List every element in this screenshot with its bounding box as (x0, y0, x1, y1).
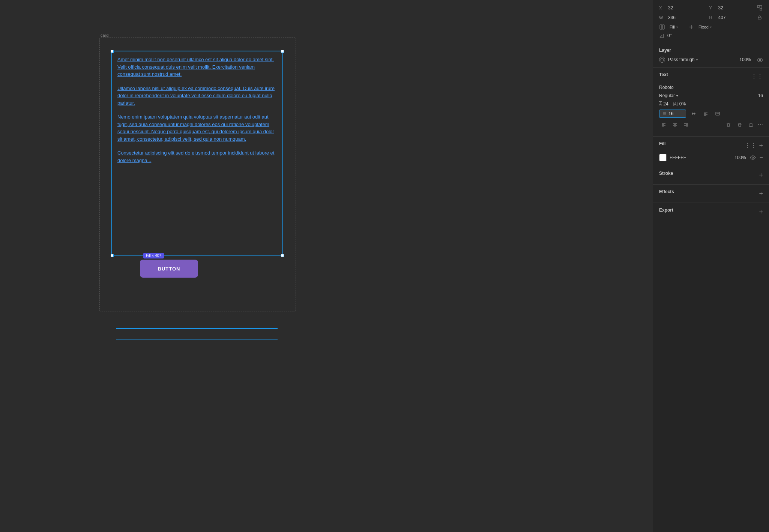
line-height-metric: A 24 (659, 101, 668, 107)
font-size[interactable]: 16 (758, 93, 763, 98)
handle-tr[interactable] (281, 50, 284, 53)
effects-title: Effects (659, 189, 674, 194)
blend-mode-dropdown[interactable]: Pass through ▾ (668, 57, 736, 62)
visibility-icon[interactable] (757, 57, 763, 62)
bottom-line-2 (116, 340, 278, 340)
text-content-box[interactable]: Amet minim mollit non deserunt ullamco e… (111, 51, 283, 256)
fill-add-btn[interactable]: + (759, 142, 763, 149)
metrics-row: A 24 |A| 0% (659, 101, 763, 107)
line-height-input[interactable]: 16 (659, 110, 686, 118)
svg-point-7 (661, 58, 664, 61)
y-value[interactable]: 32 (718, 5, 733, 11)
resize-icon-button[interactable] (756, 5, 763, 11)
text-title: Text (659, 72, 668, 77)
text-align-center[interactable] (670, 121, 679, 129)
fill-controls: ⋮⋮ + (745, 142, 763, 149)
align-text-wrap-btn[interactable] (713, 110, 722, 118)
x-label: X (659, 6, 667, 10)
text-more-opts[interactable]: ⋯ (758, 122, 763, 128)
angle-row: 0° (659, 33, 763, 38)
fill-dropdown[interactable]: Fill ▾ (668, 24, 679, 30)
h-coord: H 407 (709, 15, 757, 20)
wh-row: W 336 H 407 (659, 14, 763, 21)
fixed-dropdown[interactable]: Fixed ▾ (697, 24, 713, 30)
fill-fixed-row: Fill ▾ Fixed ▾ (659, 24, 763, 30)
fill-color-swatch[interactable] (659, 154, 667, 161)
xy-group: X 32 Y 32 (659, 5, 756, 11)
effects-header: Effects + (659, 189, 763, 198)
text-content: Amet minim mollit non deserunt ullamco e… (112, 51, 282, 175)
stroke-add-btn[interactable]: + (759, 172, 763, 179)
align-horizontal-btn[interactable] (689, 110, 698, 118)
layer-title: Layer (659, 48, 763, 53)
stroke-title: Stroke (659, 171, 673, 176)
text-more-button[interactable]: ⋮⋮ (751, 73, 763, 80)
button-tooltip: Fill × 407 (143, 253, 164, 258)
fill-icon (659, 24, 665, 30)
export-title: Export (659, 207, 673, 213)
export-header: Export + (659, 207, 763, 216)
fill-header: Fill ⋮⋮ + (659, 141, 763, 150)
angle-icon (659, 33, 664, 38)
x-value[interactable]: 32 (668, 5, 683, 11)
letter-spacing-icon: |A| (673, 102, 678, 106)
w-label: W (659, 15, 667, 20)
xy-row: X 32 Y 32 (659, 5, 763, 11)
line-height-value[interactable]: 24 (663, 101, 668, 107)
svg-rect-4 (758, 17, 761, 19)
paragraph-3: Nemo enim ipsam voluptatem quia voluptas… (117, 113, 277, 143)
text-align-right[interactable] (682, 121, 691, 129)
fill-eye-btn[interactable] (749, 155, 757, 161)
angle-value[interactable]: 0° (667, 33, 671, 38)
font-weight-dropdown[interactable]: Regular ▾ (659, 93, 678, 98)
handle-tl[interactable] (111, 50, 114, 53)
font-weight-row: Regular ▾ 16 (659, 93, 763, 98)
svg-rect-38 (750, 123, 752, 126)
fill-opacity[interactable]: 100% (734, 155, 746, 160)
right-panel: X 32 Y 32 W (653, 0, 769, 532)
valign-middle[interactable] (735, 121, 744, 129)
fill-hex[interactable]: FFFFFF (670, 155, 731, 160)
valign-top[interactable] (724, 121, 733, 129)
line-height-icon: A (659, 102, 662, 106)
letter-spacing-metric: |A| 0% (673, 101, 686, 107)
card-label: card (101, 33, 108, 38)
svg-point-8 (759, 59, 761, 61)
export-add-btn[interactable]: + (759, 209, 763, 215)
height-icon (689, 24, 694, 30)
svg-rect-0 (757, 6, 759, 8)
blend-icon (659, 57, 665, 63)
letter-spacing-value[interactable]: 0% (679, 101, 686, 107)
fill-title: Fill (659, 141, 665, 146)
valign-bottom[interactable] (746, 121, 755, 129)
proportional-lock-icon[interactable] (756, 14, 763, 21)
fill-dots-btn[interactable]: ⋮⋮ (745, 142, 757, 149)
font-name[interactable]: Roboto (659, 85, 763, 90)
fill-remove-btn[interactable]: − (760, 155, 763, 161)
bottom-line-1 (116, 328, 278, 329)
canvas-button[interactable]: BUTTON (140, 260, 198, 278)
h-value[interactable]: 407 (718, 15, 733, 20)
line-height-input-icon (662, 111, 667, 116)
handle-bl[interactable] (111, 254, 114, 257)
text-align-left[interactable] (659, 121, 668, 129)
paragraph-4: Consectetur adipiscing elit sed do eiusm… (117, 149, 277, 164)
svg-rect-19 (716, 112, 719, 115)
wh-group: W 336 H 407 (659, 15, 756, 20)
align-text-left-btn[interactable] (701, 110, 710, 118)
prop-divider (684, 24, 684, 30)
handle-br[interactable] (281, 254, 284, 257)
fill-section: Fill ⋮⋮ + FFFFFF 100% − (653, 137, 769, 166)
y-label: Y (709, 6, 717, 10)
layer-section: Layer Pass through ▾ 100% (653, 43, 769, 68)
w-coord: W 336 (659, 15, 706, 20)
svg-rect-34 (727, 124, 730, 126)
opacity-value[interactable]: 100% (739, 57, 751, 62)
svg-point-39 (752, 157, 754, 158)
effects-add-btn[interactable]: + (759, 190, 763, 197)
layer-row: Pass through ▾ 100% (659, 57, 763, 63)
line-height-row: 16 (659, 110, 763, 118)
paragraph-2: Ullamco laboris nisi ut aliquip ex ea co… (117, 85, 277, 107)
w-value[interactable]: 336 (668, 15, 683, 20)
fill-row: FFFFFF 100% − (659, 154, 763, 161)
